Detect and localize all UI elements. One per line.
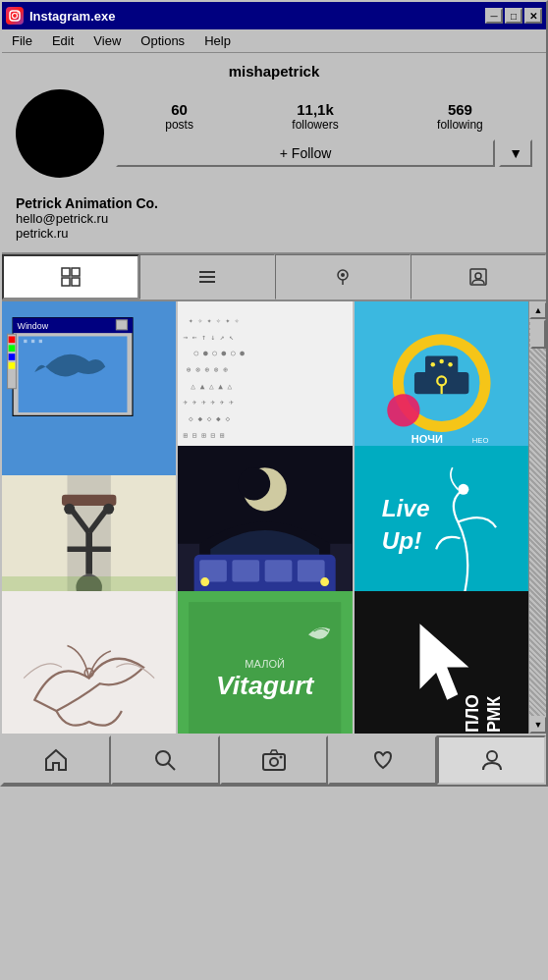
svg-rect-6 <box>72 278 80 286</box>
nav-heart[interactable] <box>328 735 437 785</box>
svg-point-45 <box>430 362 434 366</box>
app-window: Instagram.exe ─ □ ✕ File Edit View Optio… <box>0 0 548 787</box>
stat-followers: 11,1k followers <box>292 101 338 132</box>
scroll-thumb[interactable] <box>530 319 546 349</box>
svg-point-62 <box>64 504 75 515</box>
svg-point-50 <box>387 394 419 426</box>
svg-rect-5 <box>62 278 70 286</box>
svg-point-93 <box>279 756 282 759</box>
bio-name: Petrick Animation Co. <box>16 195 532 211</box>
svg-point-92 <box>270 758 278 766</box>
svg-text:МАЛОЙ: МАЛОЙ <box>246 657 286 669</box>
following-label: following <box>437 118 483 132</box>
svg-point-79 <box>458 484 468 495</box>
svg-point-73 <box>321 577 330 586</box>
app-icon <box>6 7 24 25</box>
svg-point-94 <box>487 751 497 761</box>
svg-rect-4 <box>72 268 80 276</box>
nav-camera[interactable] <box>220 735 329 785</box>
bio-section: Petrick Animation Co. hello@petrick.ru p… <box>2 188 546 245</box>
menu-edit[interactable]: Edit <box>48 31 78 50</box>
menu-file[interactable]: File <box>8 31 36 50</box>
profile-section: mishapetrick 60 posts 11,1k followers 56… <box>2 53 546 188</box>
maximize-button[interactable]: □ <box>505 8 522 24</box>
scroll-down-button[interactable]: ▼ <box>529 716 546 734</box>
nav-home[interactable] <box>2 735 111 785</box>
bottom-navbar <box>2 734 546 785</box>
grid-cell-9[interactable]: ПЛО РМК <box>355 591 528 734</box>
follow-dropdown[interactable]: ▼ <box>499 139 532 167</box>
svg-point-2 <box>17 12 19 14</box>
svg-text:⊞ ⊟ ⊞ ⊟ ⊞: ⊞ ⊟ ⊞ ⊟ ⊞ <box>184 431 225 440</box>
menu-bar: File Edit View Options Help <box>2 29 546 53</box>
svg-rect-19 <box>116 320 127 330</box>
stat-following: 569 following <box>437 101 483 132</box>
menu-options[interactable]: Options <box>137 31 189 50</box>
close-button[interactable]: ✕ <box>524 8 542 24</box>
stats-row: 60 posts 11,1k followers 569 following <box>116 101 532 132</box>
following-count: 569 <box>437 101 483 118</box>
follow-row: + Follow ▼ <box>116 139 532 167</box>
follow-button[interactable]: + Follow <box>116 139 495 167</box>
svg-rect-22 <box>31 340 34 343</box>
svg-point-46 <box>439 359 443 363</box>
avatar <box>16 89 104 178</box>
tab-grid[interactable] <box>2 254 139 299</box>
tabs-bar <box>2 252 546 301</box>
svg-line-90 <box>168 763 175 770</box>
svg-text:✈ ✈ ✈ ✈ ✈ ✈: ✈ ✈ ✈ ✈ ✈ ✈ <box>184 398 235 407</box>
svg-point-1 <box>13 14 18 19</box>
grid-cell-7[interactable] <box>2 591 176 734</box>
svg-rect-25 <box>9 336 16 343</box>
svg-text:✦ ✧ ✦ ✧ ✦ ✧: ✦ ✧ ✦ ✧ ✦ ✧ <box>189 316 240 325</box>
menu-help[interactable]: Help <box>200 31 235 50</box>
svg-point-63 <box>103 504 114 515</box>
svg-text:Vitagurt: Vitagurt <box>216 671 315 700</box>
svg-text:Live: Live <box>381 495 429 521</box>
svg-text:НОЧИ: НОЧИ <box>411 433 442 445</box>
scroll-track[interactable] <box>529 319 546 716</box>
menu-view[interactable]: View <box>89 31 125 50</box>
svg-point-72 <box>201 577 210 586</box>
svg-text:РМК: РМК <box>484 695 504 732</box>
window-controls: ─ □ ✕ <box>485 8 542 24</box>
grid-cell-8[interactable]: МАЛОЙ Vitagurt <box>178 591 352 734</box>
minimize-button[interactable]: ─ <box>485 8 503 24</box>
svg-text:⊕ ⊗ ⊕ ⊗ ⊕: ⊕ ⊗ ⊕ ⊗ ⊕ <box>187 365 228 374</box>
svg-point-14 <box>475 273 481 279</box>
title-bar: Instagram.exe ─ □ ✕ <box>2 2 546 29</box>
window-title: Instagram.exe <box>29 9 115 24</box>
stat-posts: 60 posts <box>165 101 193 132</box>
nav-profile[interactable] <box>437 735 546 785</box>
svg-text:Window: Window <box>18 321 49 331</box>
scrollbar: ▲ ▼ <box>528 301 546 734</box>
bio-email[interactable]: hello@petrick.ru <box>16 211 532 226</box>
photo-grid-wrapper: Window <box>2 301 546 734</box>
title-left: Instagram.exe <box>6 7 115 25</box>
svg-text:→ ← ↑ ↓ ↗ ↖: → ← ↑ ↓ ↗ ↖ <box>184 333 234 342</box>
svg-text:○ ● ○ ● ○ ●: ○ ● ○ ● ○ ● <box>194 349 246 357</box>
bio-website[interactable]: petrick.ru <box>16 226 532 241</box>
photo-grid: Window <box>2 301 528 734</box>
svg-rect-69 <box>233 561 260 582</box>
username: mishapetrick <box>16 63 532 80</box>
tab-tagged[interactable] <box>411 254 546 299</box>
svg-point-75 <box>238 467 270 500</box>
svg-rect-71 <box>298 561 325 582</box>
svg-text:ПЛО: ПЛО <box>463 694 482 733</box>
svg-point-89 <box>156 751 170 765</box>
tab-list[interactable] <box>139 254 275 299</box>
followers-label: followers <box>292 118 338 132</box>
posts-count: 60 <box>165 101 193 118</box>
svg-text:Up!: Up! <box>381 528 421 555</box>
grid-cell-1[interactable]: Window <box>2 301 176 475</box>
svg-rect-23 <box>39 340 42 343</box>
profile-info-row: 60 posts 11,1k followers 569 following +… <box>16 89 532 178</box>
profile-stats: 60 posts 11,1k followers 569 following +… <box>116 101 532 167</box>
svg-rect-26 <box>9 345 16 352</box>
nav-search[interactable] <box>111 735 220 785</box>
svg-text:НЕО: НЕО <box>471 436 488 445</box>
tab-location[interactable] <box>275 254 411 299</box>
svg-rect-80 <box>2 591 176 734</box>
scroll-up-button[interactable]: ▲ <box>529 301 546 319</box>
